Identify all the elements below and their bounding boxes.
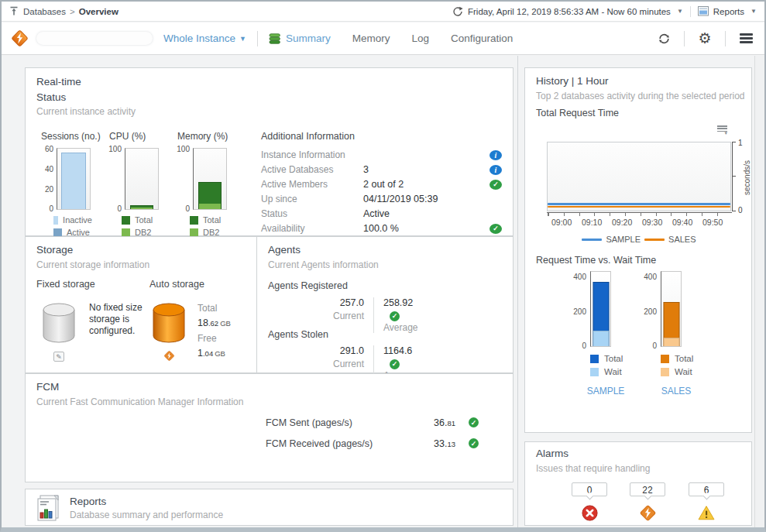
sessions-plot [57,148,91,210]
gear-icon[interactable]: ⚙ [696,29,714,48]
tab-summary-label: Summary [286,33,331,44]
agents-panel: Agents Current Agents information Agents… [256,236,514,373]
sales-bar-chart: 400 200 0 Total Wait SALES [639,271,713,396]
additional-info-row: Active Members2 out of 2✓ [261,179,502,190]
ok-icon: ✓ [390,311,400,321]
chart-menu-icon[interactable]: ▾ [717,125,727,136]
additional-info-row: Instance Informationi [261,149,502,160]
db2-swatch [122,228,130,237]
fatal-alarm-group: 0 [566,482,613,525]
sample-legend: Total Wait [590,354,643,376]
additional-info-row: Active Databases3i [261,164,502,175]
instance-name-redacted [36,32,153,45]
chevron-down-icon: ▼ [239,35,246,43]
timerange-selector[interactable]: Friday, April 12, 2019 8:56:33 AM - Now … [452,6,683,17]
stolen-current-value: 291.0 [268,345,364,356]
fatal-icon[interactable] [566,504,613,525]
memory-legend: Total DB2 [190,215,228,237]
request-time-plot [547,142,731,211]
critical-icon[interactable] [624,504,671,525]
fcm-panel: FCM Current Fast Communication Manager I… [25,373,514,482]
agents-registered-label: Agents Registered [268,280,348,291]
sessions-chart-title: Sessions (no.) [36,131,92,142]
panel-splitter[interactable] [517,56,518,527]
auto-free-value: 1.04GB [198,348,225,359]
sales-y-axis: 400 200 0 [639,271,661,347]
info-icon[interactable]: i [489,150,502,160]
summary-icon [269,33,281,45]
storage-title: Storage [36,244,73,256]
sales-db-link[interactable]: SALES [639,386,713,396]
auto-storage-cylinder-icon [151,302,187,347]
timerange-label: Friday, April 12, 2019 8:56:33 AM - Now … [468,7,671,16]
agents-stolen-label: Agents Stolen [268,329,328,340]
ok-icon: ✓ [390,359,400,369]
fcm-received-label: FCM Received (pages/s) [266,438,373,449]
scrollbar[interactable] [754,56,764,527]
inactive-swatch [53,216,58,225]
refresh-icon[interactable] [654,29,673,48]
sample-y-axis: 400 200 0 [568,271,590,347]
history-title: History | 1 Hour [536,75,609,87]
sample-db-link[interactable]: SAMPLE [568,386,643,396]
reports-document-icon [36,494,62,525]
realtime-subtitle: Current instance activity [36,106,136,117]
warning-icon[interactable] [683,504,730,525]
instance-header-bar: Whole Instance ▼ Summary Memory Log Conf… [2,22,764,55]
tab-summary[interactable]: Summary [269,33,331,45]
breadcrumb-overview: Overview [79,7,119,16]
breadcrumb-bar: Databases > Overview Friday, April 12, 2… [2,2,764,22]
tab-log[interactable]: Log [412,33,430,44]
sales-legend: Total Wait [661,354,713,376]
ok-icon: ✓ [489,180,502,190]
breadcrumb-separator: > [70,7,75,16]
fcm-subtitle: Current Fast Communication Manager Infor… [36,396,243,407]
wait-swatch [661,368,669,376]
tab-log-label: Log [412,33,430,44]
reports-menu-label: Reports [713,7,744,16]
wait-swatch [590,368,599,376]
menu-icon[interactable] [737,29,755,48]
cpu-legend: Total DB2 [122,215,160,237]
storage-warning-icon[interactable] [163,350,175,365]
critical-alarm-group: 22 [624,482,671,525]
fcm-received-value: 33.13 [409,438,455,449]
tab-memory[interactable]: Memory [352,33,390,44]
tab-memory-label: Memory [352,33,390,44]
memory-chart: Memory (%) 100 0 Total DB2 [173,131,228,240]
sessions-legend: Inactive Active [53,215,92,237]
reports-panel-subtitle: Database summary and performance [70,510,223,520]
edit-icon[interactable]: ✎ [53,352,64,362]
breadcrumb-databases[interactable]: Databases [23,7,66,16]
ok-icon: ✓ [469,417,479,427]
registered-current-value: 257.0 [268,297,364,308]
scope-selector[interactable]: Whole Instance ▼ [163,33,246,44]
realtime-title: Real-time [36,76,81,88]
current-label: Current [268,311,364,321]
app-window: Databases > Overview Friday, April 12, 2… [0,0,766,532]
auto-total-label: Total [198,303,217,314]
db2-swatch [190,228,198,237]
request-time-y-axis: 1 0 [732,142,743,211]
warning-alarm-group: 6 [683,482,730,525]
series-line-0 [548,203,730,205]
tab-configuration[interactable]: Configuration [451,33,513,44]
request-time-legend: SAMPLE SALES [525,235,753,244]
alarms-subtitle: Issues that require handling [536,463,650,474]
status-section-title: Status [36,91,66,103]
sample-legend-label: SAMPLE [606,235,641,244]
total-swatch [661,355,669,363]
alarms-title: Alarms [536,448,568,459]
average-label: Average [383,322,428,333]
additional-info-title: Additional Information [261,131,502,142]
reports-panel-title: Reports [70,496,106,507]
auto-total-value: 18.62GB [198,317,231,328]
reports-panel[interactable]: Reports Database summary and performance [25,489,514,526]
history-subtitle: Top 2 databases activity during the sele… [536,91,745,101]
additional-info-row: Up since04/11/2019 05:39 [261,194,502,204]
info-icon[interactable]: i [489,165,502,175]
dashboard-content: Real-time Status Current instance activi… [2,56,764,527]
up-level-icon[interactable] [9,6,19,16]
additional-info-row: Availability100.0 %✓ [261,223,502,234]
reports-menu[interactable]: Reports ▼ [698,6,757,16]
